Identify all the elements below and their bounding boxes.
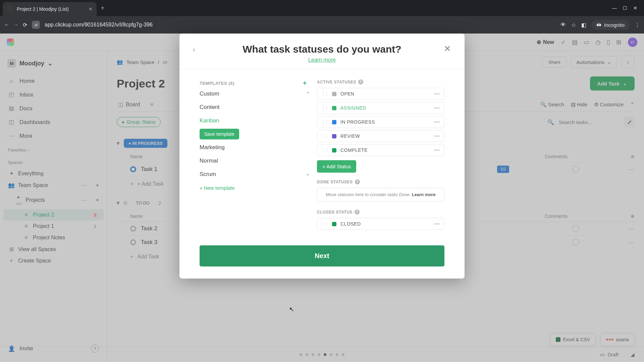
status-label: REVIEW [340,133,430,139]
reload-button[interactable]: ⟳ [23,22,27,28]
add-template-button[interactable]: + [303,79,307,87]
panel-icon[interactable]: ◧ [581,22,586,28]
new-tab-button[interactable]: + [101,4,105,12]
drag-handle-icon[interactable]: ⋮⋮ [321,222,328,226]
incognito-icon: 🕶 [596,22,601,28]
help-icon[interactable]: ? [355,179,360,184]
tab-favicon [7,6,13,12]
template-item-marketing[interactable]: Marketing [200,141,307,154]
help-icon[interactable]: ? [355,209,360,215]
status-label: OPEN [340,91,430,97]
status-color-swatch[interactable] [332,148,336,153]
tab-close-icon[interactable]: ✕ [89,6,93,12]
drag-handle-icon[interactable]: ⋮⋮ [321,92,328,96]
browser-tab-bar: Project 2 | Moodjoy (List) ✕ + — ☐ ✕ [0,0,644,16]
status-color-swatch[interactable] [332,120,336,124]
template-item-normal[interactable]: Normal [200,154,307,168]
status-setup-modal: ‹ What task statuses do you want? Learn … [179,34,465,279]
eye-off-icon[interactable]: 👁 [560,22,566,28]
status-item-review[interactable]: ⋮⋮ REVIEW ••• [317,130,444,142]
status-label: ASSIGNED [340,105,430,111]
drag-handle-icon[interactable]: ⋮⋮ [321,148,328,153]
status-item-in-progress[interactable]: ⋮⋮ IN PROGRESS ••• [317,116,444,128]
tab-title: Project 2 | Moodjoy (List) [17,6,85,12]
scroll-down-icon[interactable]: ▾ [307,173,309,177]
status-item-assigned[interactable]: ⋮⋮ ASSIGNED ••• [317,102,444,114]
modal-title: What task statuses do you want? [193,44,451,55]
add-status-button[interactable]: + Add Status [317,160,356,173]
drag-handle-icon[interactable]: ⋮⋮ [321,120,328,124]
incognito-badge[interactable]: 🕶 Incognito [592,20,629,30]
drag-handle-icon[interactable]: ⋮⋮ [321,134,328,138]
status-more-icon[interactable]: ••• [434,105,440,111]
status-label: COMPLETE [340,147,430,153]
status-more-icon[interactable]: ••• [434,91,440,97]
templates-header: TEMPLATES (6) [200,81,234,86]
status-more-icon[interactable]: ••• [434,221,440,227]
browser-tab[interactable]: Project 2 | Moodjoy (List) ✕ [3,2,97,16]
help-icon[interactable]: ? [358,79,363,84]
close-window-button[interactable]: ✕ [633,5,637,11]
status-color-swatch[interactable] [332,134,336,138]
site-info-icon[interactable]: ⇄ [32,21,40,29]
minimize-button[interactable]: — [612,5,617,11]
url-text[interactable]: app.clickup.com/9016164592/v/l/8cpfg7g-3… [45,22,556,28]
save-template-button[interactable]: Save template [200,129,239,139]
done-drop-zone[interactable]: Move statuses here to consider tasks Don… [317,188,444,201]
drag-handle-icon[interactable]: ⋮⋮ [321,106,328,110]
back-button[interactable]: ← [4,22,9,28]
maximize-button[interactable]: ☐ [623,5,627,11]
window-controls: — ☐ ✕ [612,5,641,11]
done-statuses-header: DONE STATUSES [317,180,353,184]
template-item-content[interactable]: Content [200,101,307,114]
next-button[interactable]: Next [200,245,444,266]
scroll-up-icon[interactable]: ▴ [307,90,309,94]
status-more-icon[interactable]: ••• [434,133,440,139]
forward-button[interactable]: → [13,22,19,28]
template-item-custom[interactable]: Custom [200,90,307,101]
status-more-icon[interactable]: ••• [434,119,440,125]
cursor-icon: ↖ [289,306,294,313]
learn-more-link[interactable]: Learn more [308,57,336,63]
status-color-swatch[interactable] [332,106,336,110]
active-statuses-header: ACTIVE STATUSES [317,80,356,84]
modal-close-button[interactable]: ✕ [444,44,451,54]
template-item-scrum[interactable]: Scrum [200,168,307,181]
template-item-kanban[interactable]: Kanban [200,114,307,127]
status-more-icon[interactable]: ••• [434,147,440,153]
status-label: IN PROGRESS [340,119,430,125]
status-item-complete[interactable]: ⋮⋮ COMPLETE ••• [317,144,444,156]
learn-more-link[interactable]: Learn more [412,192,436,197]
status-color-swatch[interactable] [332,92,336,96]
browser-menu-icon[interactable]: ⋮ [635,22,640,28]
modal-back-button[interactable]: ‹ [193,46,195,53]
bookmark-icon[interactable]: ☆ [571,22,576,28]
status-item-open[interactable]: ⋮⋮ OPEN ••• [317,88,444,100]
status-label: CLOSED [340,221,430,227]
status-color-swatch[interactable] [332,222,336,226]
url-bar: ← → ⟳ ⇄ app.clickup.com/9016164592/v/l/8… [0,16,644,34]
closed-status-header: CLOSED STATUS [317,210,353,215]
status-item-closed[interactable]: ⋮⋮ CLOSED ••• [317,218,444,230]
